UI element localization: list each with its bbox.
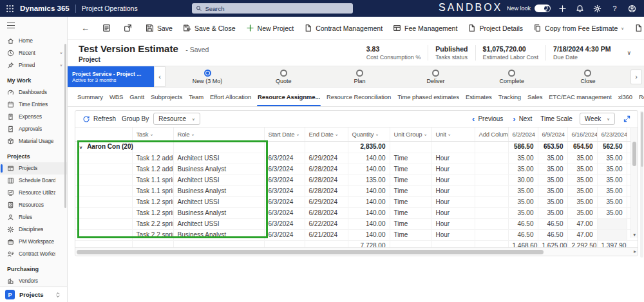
week-cell[interactable]: 47.00 (567, 218, 597, 229)
column-header[interactable]: Unit∨ (431, 127, 475, 141)
week-cell[interactable]: 46.50 (538, 229, 567, 240)
hamburger-menu-icon[interactable] (0, 17, 15, 35)
tab[interactable]: Subprojects ∨ (150, 88, 183, 106)
sidebar-item[interactable]: Disciplines ∨ (0, 223, 67, 236)
week-cell[interactable]: 47.00 (567, 229, 597, 240)
end-date-cell[interactable]: 6/29/2024 (305, 153, 348, 164)
expand-grid-icon[interactable] (622, 115, 632, 122)
unit-cell[interactable]: Hour (431, 164, 475, 175)
bpf-stage[interactable]: Close (550, 66, 626, 87)
week-cell[interactable]: 35.00 (508, 207, 538, 218)
collapse-group-icon[interactable]: ∨ (79, 143, 82, 152)
sidebar-item[interactable]: Vendors ∨ (0, 275, 67, 287)
quantity-cell[interactable]: 140.00 (348, 207, 390, 218)
time-scale-dropdown[interactable]: Week ∨ (580, 113, 615, 125)
search-input[interactable] (205, 5, 349, 12)
end-date-cell[interactable]: 6/21/2024 (305, 229, 348, 240)
topbar-icon-button[interactable] (536, 0, 554, 17)
column-header[interactable]: 6/9/2024∨ (538, 127, 567, 141)
week-cell[interactable]: 35.00 (597, 153, 627, 164)
unit-cell[interactable]: Hour (431, 175, 475, 185)
week-cell[interactable]: 35.00 (538, 207, 567, 218)
popout-icon[interactable] (119, 17, 137, 39)
week-cell[interactable]: 35.00 (567, 164, 597, 175)
group-row[interactable]: ∨Aaron Con (20) 2,835.00 586.50 653.50 6… (75, 141, 638, 153)
start-date-cell[interactable]: 6/3/2024 (264, 185, 305, 196)
start-date-cell[interactable]: 6/3/2024 (264, 196, 305, 207)
header-collapse-chevron-icon[interactable]: ∨ (627, 50, 631, 56)
week-cell[interactable] (597, 218, 627, 229)
week-cell[interactable]: 35.00 (597, 196, 627, 207)
sidebar-scrollbar[interactable] (64, 44, 66, 208)
role-cell[interactable]: Architect USSI (173, 153, 264, 164)
next-button[interactable]: › Next (511, 115, 533, 123)
end-date-cell[interactable]: 6/22/2024 (305, 218, 348, 229)
tab[interactable]: xl360 ∨ (618, 88, 633, 106)
sidebar-item[interactable]: Home ∨ (0, 35, 67, 47)
task-cell[interactable]: Task 1.1 sprint (132, 185, 173, 196)
assignment-row[interactable]: Task 1.2 added Business Analyst 6/3/2024… (75, 164, 638, 175)
week-cell[interactable]: 46.50 (508, 218, 538, 229)
column-header[interactable]: Unit Group∨ (390, 127, 431, 141)
column-header[interactable]: Quantity∨ (348, 127, 390, 141)
unit-cell[interactable]: Hour (431, 153, 475, 164)
form-scrollbar[interactable] (640, 111, 643, 258)
assignment-row[interactable]: Task 1.2 sprint Architect USSI 6/3/2024 … (75, 196, 638, 207)
scrollbar-thumb[interactable] (77, 250, 544, 254)
column-header[interactable]: Task∨ (132, 127, 173, 141)
role-cell[interactable]: Business Analyst (173, 207, 264, 218)
week-cell[interactable]: 35.00 (567, 196, 597, 207)
week-cell[interactable]: 35.00 (508, 153, 538, 164)
brand-title[interactable]: Dynamics 365 (20, 5, 70, 12)
column-header[interactable]: 6/23/2024∨ (597, 127, 627, 141)
column-header[interactable]: Start Date∨ (264, 127, 305, 141)
column-header[interactable]: Role∨ (173, 127, 264, 141)
tab[interactable]: Summary ∨ (77, 88, 104, 106)
unit-group-cell[interactable]: Time (390, 207, 431, 218)
command-button[interactable]: Copy from Fee Estimate ∨ (528, 17, 629, 39)
command-button[interactable]: Budget ∨ (629, 17, 644, 39)
start-date-cell[interactable]: 6/3/2024 (264, 218, 305, 229)
week-cell[interactable]: 35.00 (597, 207, 627, 218)
sidebar-item[interactable]: Material Usage ∨ (0, 135, 67, 147)
topbar-icon-button[interactable] (623, 0, 641, 17)
sidebar-item[interactable]: Pinned ∨ (0, 59, 67, 71)
start-date-cell[interactable]: 6/3/2024 (264, 153, 305, 164)
vertical-scrollbar[interactable]: ▼ (630, 128, 638, 238)
tab[interactable]: Team ∨ (188, 88, 204, 106)
tab[interactable]: ETC/EAC management ∨ (548, 88, 612, 106)
sidebar-item[interactable]: Roles ∨ (0, 211, 67, 223)
tab[interactable]: Time phased estimates ∨ (397, 88, 460, 106)
week-cell[interactable]: 46.50 (538, 218, 567, 229)
unit-cell[interactable]: Hour (431, 185, 475, 196)
sidebar-item[interactable]: Resources ∨ (0, 199, 67, 211)
end-date-cell[interactable]: 6/28/2024 (305, 164, 348, 175)
unit-cell[interactable]: Hour (431, 218, 475, 229)
quantity-cell[interactable]: 140.00 (348, 196, 390, 207)
role-cell[interactable]: Architect USSI (173, 218, 264, 229)
week-cell[interactable]: 35.00 (567, 207, 597, 218)
end-date-cell[interactable]: 6/28/2024 (305, 175, 348, 185)
week-cell[interactable]: 35.00 (508, 164, 538, 175)
week-cell[interactable]: 35.00 (567, 153, 597, 164)
topbar-icon-button[interactable] (571, 0, 589, 17)
week-cell[interactable]: 35.00 (567, 185, 597, 196)
unit-group-cell[interactable]: Time (390, 153, 431, 164)
week-cell[interactable]: 35.00 (538, 175, 567, 185)
column-header[interactable]: 6/2/2024∨ (508, 127, 538, 141)
role-cell[interactable]: Architect USSI (173, 175, 264, 185)
sidebar-item[interactable]: Time Entries ∨ (0, 99, 67, 111)
task-cell[interactable]: Task 1.2 sprint (132, 207, 173, 218)
scroll-down-icon[interactable]: ▼ (632, 232, 636, 237)
sidebar-item[interactable]: Dashboards ∨ (0, 86, 67, 99)
scroll-right-icon[interactable]: ▸ (634, 249, 636, 254)
bpf-stage[interactable]: Plan (321, 66, 397, 87)
unit-group-cell[interactable]: Time (390, 185, 431, 196)
unit-cell[interactable]: Hour (431, 196, 475, 207)
quantity-cell[interactable]: 140.00 (348, 153, 390, 164)
week-cell[interactable]: 35.00 (538, 164, 567, 175)
end-date-cell[interactable]: 6/28/2024 (305, 185, 348, 196)
task-cell[interactable]: Task 1.1 sprint (132, 175, 173, 185)
topbar-icon-button[interactable] (589, 0, 606, 17)
tab[interactable]: Effort Allocation ∨ (209, 88, 252, 106)
